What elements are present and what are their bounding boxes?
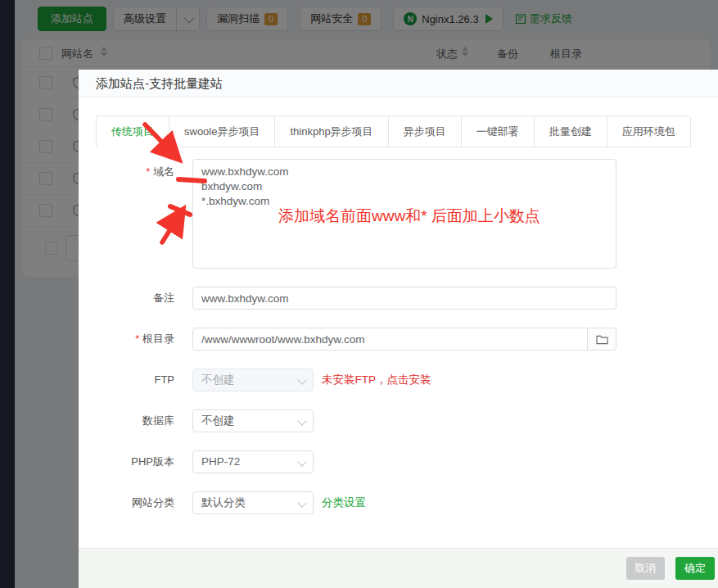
- chevron-down-icon: [297, 498, 306, 507]
- php-version-select-value: PHP-72: [201, 455, 240, 468]
- app-viewport: 添加站点 高级设置 漏洞扫描 0 网站安全 0 N Nginx1.26.3 需求…: [0, 0, 718, 588]
- ftp-select: 不创建: [192, 369, 314, 391]
- remark-label: 备注: [96, 287, 174, 310]
- add-site-modal: 添加站点-支持批量建站 传统项目 swoole异步项目 thinkphp异步项目…: [79, 70, 718, 588]
- project-type-tabs: 传统项目 swoole异步项目 thinkphp异步项目 异步项目 一键部署 批…: [96, 115, 691, 147]
- tab-batch-create[interactable]: 批量创建: [534, 115, 607, 147]
- tab-async-project[interactable]: 异步项目: [388, 115, 462, 147]
- folder-icon: [596, 334, 608, 345]
- ftp-select-value: 不创建: [201, 373, 235, 386]
- chevron-down-icon: [297, 375, 306, 384]
- tab-thinkphp-async-project[interactable]: thinkphp异步项目: [274, 115, 388, 147]
- database-select[interactable]: 不创建: [192, 409, 314, 432]
- ftp-label: FTP: [96, 369, 174, 391]
- php-version-label: PHP版本: [96, 450, 174, 473]
- domain-label: 域名: [96, 159, 174, 183]
- chevron-down-icon: [297, 457, 306, 466]
- database-select-value: 不创建: [201, 414, 235, 427]
- modal-body: 传统项目 swoole异步项目 thinkphp异步项目 异步项目 一键部署 批…: [79, 97, 718, 514]
- root-dir-group: [192, 328, 616, 351]
- modal-title: 添加站点-支持批量建站: [79, 70, 718, 97]
- site-category-label: 网站分类: [96, 491, 174, 514]
- tab-app-environment-package[interactable]: 应用环境包: [607, 115, 691, 147]
- tab-swoole-async-project[interactable]: swoole异步项目: [169, 115, 275, 147]
- chevron-down-icon: [297, 416, 306, 425]
- root-dir-label: 根目录: [96, 328, 174, 351]
- tab-one-click-deploy[interactable]: 一键部署: [461, 115, 535, 147]
- category-settings-link[interactable]: 分类设置: [322, 495, 366, 510]
- root-dir-input[interactable]: [192, 328, 588, 351]
- cancel-button[interactable]: 取消: [626, 557, 665, 580]
- confirm-button[interactable]: 确定: [675, 557, 715, 580]
- database-label: 数据库: [96, 409, 174, 432]
- php-version-select[interactable]: PHP-72: [192, 450, 314, 473]
- site-category-select[interactable]: 默认分类: [192, 491, 314, 514]
- browse-folder-button[interactable]: [588, 328, 616, 351]
- tab-traditional-project[interactable]: 传统项目: [96, 115, 169, 147]
- annotation-note-text: 添加域名前面www和* 后面加上小数点: [278, 206, 540, 227]
- site-category-select-value: 默认分类: [201, 496, 246, 509]
- modal-footer: 取消 确定: [79, 548, 718, 588]
- remark-input[interactable]: [192, 287, 616, 310]
- ftp-install-hint[interactable]: 未安装FTP，点击安装: [322, 373, 431, 387]
